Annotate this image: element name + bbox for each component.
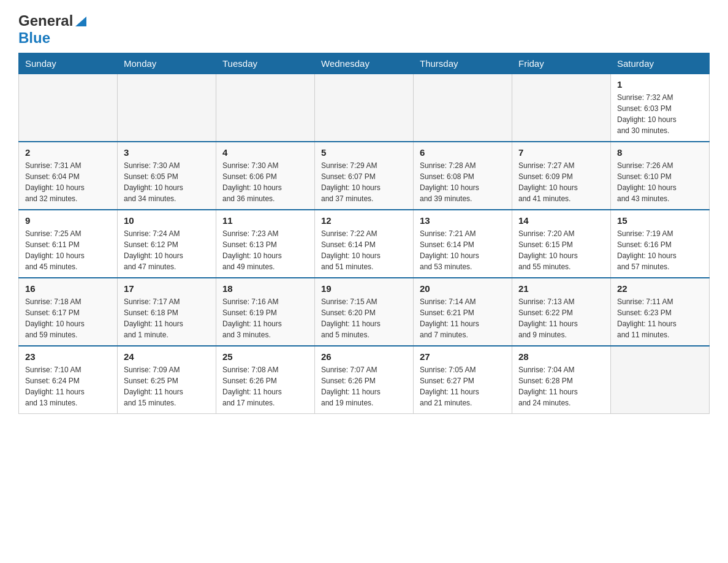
day-header-monday: Monday xyxy=(118,53,216,74)
day-info: Sunrise: 7:29 AM Sunset: 6:07 PM Dayligh… xyxy=(321,160,407,204)
day-info: Sunrise: 7:25 AM Sunset: 6:11 PM Dayligh… xyxy=(25,228,111,272)
calendar-week-row: 2Sunrise: 7:31 AM Sunset: 6:04 PM Daylig… xyxy=(19,142,710,210)
day-info: Sunrise: 7:23 AM Sunset: 6:13 PM Dayligh… xyxy=(222,228,308,272)
day-number: 13 xyxy=(420,215,506,226)
day-number: 16 xyxy=(25,283,111,294)
day-number: 18 xyxy=(222,283,308,294)
day-info: Sunrise: 7:19 AM Sunset: 6:16 PM Dayligh… xyxy=(617,228,703,272)
day-number: 21 xyxy=(518,283,604,294)
day-number: 27 xyxy=(420,351,506,362)
calendar-cell: 23Sunrise: 7:10 AM Sunset: 6:24 PM Dayli… xyxy=(19,346,118,414)
day-info: Sunrise: 7:30 AM Sunset: 6:05 PM Dayligh… xyxy=(124,160,210,204)
calendar-cell xyxy=(216,74,315,142)
day-number: 24 xyxy=(124,351,210,362)
calendar-cell xyxy=(414,74,512,142)
day-info: Sunrise: 7:04 AM Sunset: 6:28 PM Dayligh… xyxy=(518,364,604,408)
calendar-cell: 24Sunrise: 7:09 AM Sunset: 6:25 PM Dayli… xyxy=(118,346,216,414)
day-info: Sunrise: 7:30 AM Sunset: 6:06 PM Dayligh… xyxy=(222,160,308,204)
calendar-cell xyxy=(19,74,118,142)
calendar-cell: 7Sunrise: 7:27 AM Sunset: 6:09 PM Daylig… xyxy=(512,142,611,210)
calendar-cell: 19Sunrise: 7:15 AM Sunset: 6:20 PM Dayli… xyxy=(315,278,414,346)
logo-general-text: General xyxy=(18,12,73,29)
day-info: Sunrise: 7:24 AM Sunset: 6:12 PM Dayligh… xyxy=(124,228,210,272)
day-info: Sunrise: 7:26 AM Sunset: 6:10 PM Dayligh… xyxy=(617,160,703,204)
calendar-cell: 18Sunrise: 7:16 AM Sunset: 6:19 PM Dayli… xyxy=(216,278,315,346)
day-header-thursday: Thursday xyxy=(414,53,512,74)
calendar-header-row: SundayMondayTuesdayWednesdayThursdayFrid… xyxy=(19,53,710,74)
calendar-cell xyxy=(512,74,611,142)
calendar-cell: 16Sunrise: 7:18 AM Sunset: 6:17 PM Dayli… xyxy=(19,278,118,346)
day-info: Sunrise: 7:07 AM Sunset: 6:26 PM Dayligh… xyxy=(321,364,407,408)
day-number: 19 xyxy=(321,283,407,294)
calendar-cell: 2Sunrise: 7:31 AM Sunset: 6:04 PM Daylig… xyxy=(19,142,118,210)
calendar-cell: 27Sunrise: 7:05 AM Sunset: 6:27 PM Dayli… xyxy=(414,346,512,414)
day-info: Sunrise: 7:10 AM Sunset: 6:24 PM Dayligh… xyxy=(25,364,111,408)
day-number: 6 xyxy=(420,147,506,158)
calendar-cell: 22Sunrise: 7:11 AM Sunset: 6:23 PM Dayli… xyxy=(611,278,710,346)
day-number: 5 xyxy=(321,147,407,158)
calendar-cell xyxy=(118,74,216,142)
day-info: Sunrise: 7:05 AM Sunset: 6:27 PM Dayligh… xyxy=(420,364,506,408)
calendar-cell: 5Sunrise: 7:29 AM Sunset: 6:07 PM Daylig… xyxy=(315,142,414,210)
day-header-friday: Friday xyxy=(512,53,611,74)
day-number: 12 xyxy=(321,215,407,226)
day-number: 8 xyxy=(617,147,703,158)
day-info: Sunrise: 7:16 AM Sunset: 6:19 PM Dayligh… xyxy=(222,296,308,340)
calendar-cell: 25Sunrise: 7:08 AM Sunset: 6:26 PM Dayli… xyxy=(216,346,315,414)
day-number: 15 xyxy=(617,215,703,226)
svg-marker-0 xyxy=(75,17,86,26)
day-number: 9 xyxy=(25,215,111,226)
page-header: General Blue xyxy=(18,12,710,47)
calendar-cell: 14Sunrise: 7:20 AM Sunset: 6:15 PM Dayli… xyxy=(512,210,611,278)
day-info: Sunrise: 7:22 AM Sunset: 6:14 PM Dayligh… xyxy=(321,228,407,272)
calendar-cell: 21Sunrise: 7:13 AM Sunset: 6:22 PM Dayli… xyxy=(512,278,611,346)
calendar-week-row: 1Sunrise: 7:32 AM Sunset: 6:03 PM Daylig… xyxy=(19,74,710,142)
day-number: 7 xyxy=(518,147,604,158)
calendar-cell: 26Sunrise: 7:07 AM Sunset: 6:26 PM Dayli… xyxy=(315,346,414,414)
day-number: 26 xyxy=(321,351,407,362)
day-header-saturday: Saturday xyxy=(611,53,710,74)
calendar-cell: 10Sunrise: 7:24 AM Sunset: 6:12 PM Dayli… xyxy=(118,210,216,278)
day-header-sunday: Sunday xyxy=(19,53,118,74)
calendar-cell: 12Sunrise: 7:22 AM Sunset: 6:14 PM Dayli… xyxy=(315,210,414,278)
calendar-cell: 11Sunrise: 7:23 AM Sunset: 6:13 PM Dayli… xyxy=(216,210,315,278)
day-header-tuesday: Tuesday xyxy=(216,53,315,74)
calendar-week-row: 16Sunrise: 7:18 AM Sunset: 6:17 PM Dayli… xyxy=(19,278,710,346)
calendar-cell: 15Sunrise: 7:19 AM Sunset: 6:16 PM Dayli… xyxy=(611,210,710,278)
calendar-cell xyxy=(315,74,414,142)
calendar-cell: 13Sunrise: 7:21 AM Sunset: 6:14 PM Dayli… xyxy=(414,210,512,278)
day-info: Sunrise: 7:17 AM Sunset: 6:18 PM Dayligh… xyxy=(124,296,210,340)
day-info: Sunrise: 7:09 AM Sunset: 6:25 PM Dayligh… xyxy=(124,364,210,408)
calendar-cell: 4Sunrise: 7:30 AM Sunset: 6:06 PM Daylig… xyxy=(216,142,315,210)
day-number: 25 xyxy=(222,351,308,362)
day-number: 17 xyxy=(124,283,210,294)
calendar-cell: 1Sunrise: 7:32 AM Sunset: 6:03 PM Daylig… xyxy=(611,74,710,142)
day-number: 28 xyxy=(518,351,604,362)
calendar-cell: 6Sunrise: 7:28 AM Sunset: 6:08 PM Daylig… xyxy=(414,142,512,210)
day-info: Sunrise: 7:31 AM Sunset: 6:04 PM Dayligh… xyxy=(25,160,111,204)
day-info: Sunrise: 7:14 AM Sunset: 6:21 PM Dayligh… xyxy=(420,296,506,340)
day-number: 22 xyxy=(617,283,703,294)
day-number: 23 xyxy=(25,351,111,362)
day-info: Sunrise: 7:32 AM Sunset: 6:03 PM Dayligh… xyxy=(617,92,703,136)
day-number: 1 xyxy=(617,79,703,90)
calendar-cell: 8Sunrise: 7:26 AM Sunset: 6:10 PM Daylig… xyxy=(611,142,710,210)
day-info: Sunrise: 7:15 AM Sunset: 6:20 PM Dayligh… xyxy=(321,296,407,340)
calendar-week-row: 9Sunrise: 7:25 AM Sunset: 6:11 PM Daylig… xyxy=(19,210,710,278)
day-info: Sunrise: 7:27 AM Sunset: 6:09 PM Dayligh… xyxy=(518,160,604,204)
logo-blue-text: Blue xyxy=(18,29,50,46)
day-number: 4 xyxy=(222,147,308,158)
day-info: Sunrise: 7:11 AM Sunset: 6:23 PM Dayligh… xyxy=(617,296,703,340)
day-number: 3 xyxy=(124,147,210,158)
day-number: 20 xyxy=(420,283,506,294)
day-info: Sunrise: 7:08 AM Sunset: 6:26 PM Dayligh… xyxy=(222,364,308,408)
day-info: Sunrise: 7:28 AM Sunset: 6:08 PM Dayligh… xyxy=(420,160,506,204)
day-info: Sunrise: 7:13 AM Sunset: 6:22 PM Dayligh… xyxy=(518,296,604,340)
calendar-week-row: 23Sunrise: 7:10 AM Sunset: 6:24 PM Dayli… xyxy=(19,346,710,414)
logo-triangle-icon xyxy=(74,15,88,28)
calendar-cell: 20Sunrise: 7:14 AM Sunset: 6:21 PM Dayli… xyxy=(414,278,512,346)
calendar-cell: 3Sunrise: 7:30 AM Sunset: 6:05 PM Daylig… xyxy=(118,142,216,210)
day-header-wednesday: Wednesday xyxy=(315,53,414,74)
calendar-cell: 17Sunrise: 7:17 AM Sunset: 6:18 PM Dayli… xyxy=(118,278,216,346)
logo: General Blue xyxy=(18,12,88,47)
